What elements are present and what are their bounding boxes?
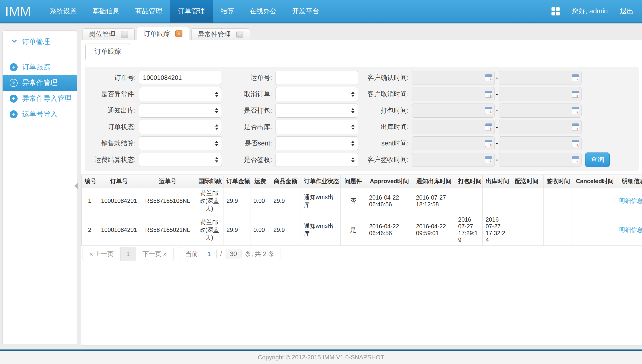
close-icon[interactable]: × bbox=[121, 31, 128, 38]
logout-button[interactable]: 退出 bbox=[620, 6, 633, 16]
calendar-icon bbox=[572, 74, 579, 81]
tab-bar: 岗位管理 × 订单跟踪 × 异常件管理 × bbox=[83, 27, 250, 40]
notify-outbound-select[interactable] bbox=[139, 104, 222, 118]
outbound-time-end[interactable] bbox=[499, 120, 581, 134]
column-header: 打包时间 bbox=[455, 175, 483, 188]
subtab-order-tracking[interactable]: 订单跟踪 bbox=[85, 44, 130, 60]
filter-row: 是否异常件: 取消订单: 客户取消时间: - bbox=[86, 86, 639, 102]
sidebar: 订单管理 订单跟踪 异常件管理 异常件导入管理 运单号导入 bbox=[2, 30, 77, 344]
customer-confirm-time-start[interactable] bbox=[412, 71, 495, 85]
sidebar-item-label: 异常件导入管理 bbox=[22, 94, 72, 103]
filter-row: 订单状态: 是否出库: 出库时间: - bbox=[86, 119, 639, 135]
nav-item-online-office[interactable]: 在线办公 bbox=[242, 0, 284, 22]
column-header: 运费 bbox=[250, 175, 270, 188]
current-page-button[interactable]: 1 bbox=[120, 247, 136, 261]
customer-sign-time-end[interactable] bbox=[499, 153, 581, 167]
select-arrows-icon bbox=[351, 108, 355, 113]
sales-settlement-select[interactable] bbox=[139, 136, 222, 150]
next-page-button[interactable]: 下一页 » bbox=[136, 247, 174, 261]
detail-info-link[interactable]: 明细信息 bbox=[619, 198, 642, 204]
apps-grid-icon[interactable] bbox=[551, 7, 560, 16]
waybill-no-input[interactable] bbox=[275, 71, 358, 85]
detail-info-link[interactable]: 明细信息 bbox=[619, 226, 642, 233]
tab-exception-management[interactable]: 异常件管理 × bbox=[191, 28, 250, 40]
footer: Copyright © 2012-2015 IMM V1.0-SNAPSHOT bbox=[0, 350, 642, 364]
order-status-select[interactable] bbox=[139, 120, 222, 134]
pack-time-end[interactable] bbox=[499, 104, 581, 118]
table-cell: RS587165021NL bbox=[140, 214, 195, 246]
table-cell bbox=[510, 214, 543, 246]
sent-time-start[interactable] bbox=[412, 136, 495, 150]
table-cell: 荷兰邮政(深蓝天) bbox=[195, 188, 223, 214]
table-cell: 29.9 bbox=[223, 214, 250, 246]
sidebar-item-label: 运单号导入 bbox=[22, 110, 58, 119]
order-no-input[interactable] bbox=[139, 71, 222, 85]
customer-confirm-time-label: 客户确认时间: bbox=[358, 73, 412, 82]
nav-item-settlement[interactable]: 结算 bbox=[213, 0, 242, 22]
is-packed-select[interactable] bbox=[275, 104, 358, 118]
pager-buttons: « 上一页 1 下一页 » bbox=[83, 247, 174, 261]
tab-label: 订单跟踪 bbox=[144, 29, 170, 38]
is-outbound-select[interactable] bbox=[275, 120, 358, 134]
is-signed-label: 是否签收: bbox=[222, 155, 275, 164]
close-icon[interactable]: × bbox=[236, 31, 243, 38]
nav-item-system-settings[interactable]: 系统设置 bbox=[42, 0, 85, 22]
nav-item-dev-platform[interactable]: 开发平台 bbox=[284, 0, 327, 22]
is-signed-select[interactable] bbox=[275, 153, 358, 167]
sidebar-item-waybill-import[interactable]: 运单号导入 bbox=[3, 106, 77, 122]
page-number-input[interactable] bbox=[202, 249, 217, 259]
tab-position-management[interactable]: 岗位管理 × bbox=[83, 28, 135, 40]
sidebar-collapse-handle[interactable] bbox=[74, 183, 78, 189]
select-arrows-icon bbox=[351, 157, 355, 162]
table-cell: 2016-04-22 06:46:56 bbox=[366, 214, 413, 246]
calendar-icon bbox=[485, 124, 492, 130]
calendar-icon bbox=[485, 74, 492, 81]
select-arrows-icon bbox=[215, 157, 218, 162]
is-packed-label: 是否打包: bbox=[222, 106, 275, 115]
search-button[interactable]: 查询 bbox=[585, 152, 610, 167]
current-page-label: 当前 bbox=[185, 250, 198, 258]
calendar-icon bbox=[485, 91, 492, 98]
customer-cancel-time-end[interactable] bbox=[499, 87, 581, 101]
pack-time-start[interactable] bbox=[412, 104, 495, 118]
page-size-box[interactable]: 30 bbox=[226, 249, 241, 259]
calendar-icon bbox=[572, 156, 579, 163]
table-cell: 明细信息 bbox=[616, 214, 642, 246]
nav-item-order-management[interactable]: 订单管理 bbox=[170, 0, 213, 22]
table-cell: 29.9 bbox=[270, 188, 301, 214]
page-separator: / bbox=[220, 250, 222, 258]
is-sent-select[interactable] bbox=[275, 136, 358, 150]
sidebar-group-order-management[interactable]: 订单管理 bbox=[3, 31, 77, 53]
table-cell: 0.00 bbox=[250, 188, 270, 214]
tab-order-tracking[interactable]: 订单跟踪 × bbox=[137, 27, 189, 40]
top-navbar: IMM 系统设置 基础信息 商品管理 订单管理 结算 在线办公 开发平台 您好,… bbox=[0, 0, 642, 24]
table-cell bbox=[510, 188, 543, 214]
pagination: « 上一页 1 下一页 » 当前 / 30 条, 共 2 条 bbox=[83, 247, 280, 261]
sent-time-end[interactable] bbox=[499, 136, 581, 150]
nav-item-basic-info[interactable]: 基础信息 bbox=[85, 0, 127, 22]
customer-confirm-time-end[interactable] bbox=[499, 71, 581, 85]
sent-time-label: sent时间: bbox=[358, 139, 412, 148]
customer-cancel-time-start[interactable] bbox=[412, 87, 495, 101]
table-cell: 1 bbox=[82, 188, 98, 214]
table-cell bbox=[573, 214, 616, 246]
sidebar-item-exception-management[interactable]: 异常件管理 bbox=[3, 75, 77, 91]
freight-settlement-select[interactable] bbox=[139, 153, 222, 167]
grid-square bbox=[551, 7, 555, 11]
sales-settlement-label: 销售款结算: bbox=[86, 139, 139, 148]
sidebar-item-label: 订单跟踪 bbox=[22, 62, 50, 72]
close-icon[interactable]: × bbox=[175, 30, 182, 37]
range-dash: - bbox=[496, 90, 498, 98]
sidebar-item-exception-import-management[interactable]: 异常件导入管理 bbox=[3, 91, 77, 106]
customer-sign-time-start[interactable] bbox=[412, 153, 495, 167]
table-cell: 是 bbox=[341, 214, 366, 246]
outbound-time-start[interactable] bbox=[412, 120, 495, 134]
cancel-order-select[interactable] bbox=[275, 87, 358, 101]
sidebar-item-order-tracking[interactable]: 订单跟踪 bbox=[3, 59, 77, 75]
tab-label: 异常件管理 bbox=[198, 30, 231, 39]
table-cell: 2016-07-27 17:32:24 bbox=[483, 214, 510, 246]
chevron-down-icon bbox=[11, 38, 18, 46]
prev-page-button[interactable]: « 上一页 bbox=[83, 247, 120, 261]
is-exception-select[interactable] bbox=[139, 87, 222, 101]
nav-item-product-management[interactable]: 商品管理 bbox=[127, 0, 170, 22]
